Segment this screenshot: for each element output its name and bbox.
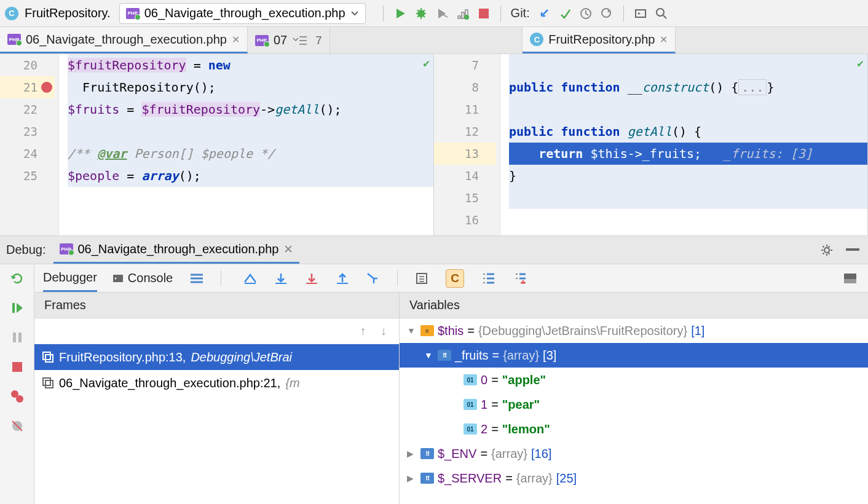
git-history-button[interactable] (577, 4, 595, 23)
step-out-button[interactable] (333, 269, 352, 288)
editor-tab-06[interactable]: PHP 06_Navigate_through_execution.php ✕ (0, 27, 248, 53)
inspections-ok-icon[interactable]: ✔ (857, 57, 864, 69)
layout-icon[interactable] (841, 269, 859, 288)
git-revert-button[interactable] (598, 4, 616, 23)
variables-tree[interactable]: ▼ ≡ $this = {Debugging\JetBrains\FruitRe… (400, 318, 868, 504)
tab-label: FruitRepository.php (548, 33, 655, 47)
inspections-ok-icon[interactable]: ✔ (423, 57, 430, 69)
pause-button[interactable] (8, 328, 26, 347)
close-icon[interactable]: ✕ (232, 34, 240, 45)
git-commit-button[interactable] (556, 4, 574, 23)
collapse-icon[interactable]: ▼ (424, 350, 434, 360)
php-file-icon: PHP (126, 8, 140, 19)
breadcrumb[interactable]: FruitRepository. (25, 6, 111, 20)
stop-button[interactable] (475, 4, 493, 23)
debug-panel: Debugger Console C Frames ↑ (0, 264, 868, 504)
stop-button[interactable] (8, 358, 26, 376)
separator (623, 6, 624, 22)
var-this[interactable]: ▼ ≡ $this = {Debugging\JetBrains\FruitRe… (400, 318, 868, 343)
frame-icon (42, 377, 54, 389)
gutter[interactable]: 20 21 22 23 24 25 (0, 54, 59, 235)
svg-point-13 (16, 395, 23, 403)
resume-button[interactable] (8, 299, 26, 317)
svg-rect-18 (844, 279, 856, 283)
debug-title: Debug: (6, 243, 46, 257)
step-into-button[interactable] (302, 269, 321, 288)
search-everywhere-button[interactable] (652, 4, 671, 23)
view-breakpoints-button[interactable] (8, 387, 26, 406)
frames-panel: Frames ↑ ↓ FruitRepository.php:13, Debug… (34, 293, 400, 504)
run-button[interactable] (391, 4, 409, 23)
code-area[interactable]: ✔ public function __construct() {...} pu… (500, 54, 867, 235)
line-number: 13 (434, 143, 496, 165)
gear-icon[interactable] (818, 241, 836, 259)
var-server[interactable]: ▶ ⠿ $_SERVER = {array} [25] (400, 466, 868, 490)
svg-rect-10 (18, 333, 22, 342)
frames-nav: ↑ ↓ (34, 318, 399, 344)
run-to-cursor-button[interactable] (364, 269, 382, 288)
svg-point-6 (824, 248, 829, 253)
editor-left: 20 21 22 23 24 25 ✔ $fruitRepository = n… (0, 54, 434, 235)
line-number: 11 (434, 98, 496, 120)
svg-rect-20 (45, 355, 53, 362)
svg-rect-21 (43, 378, 50, 385)
string-icon: 01 (464, 399, 477, 410)
var-item[interactable]: 01 1 = "pear" (400, 392, 868, 417)
var-item[interactable]: 01 0 = "apple" (400, 368, 868, 392)
show-execution-point-button[interactable] (241, 269, 259, 288)
frame-prev-button[interactable]: ↑ (360, 325, 366, 338)
close-icon[interactable]: ✕ (283, 242, 293, 256)
array-icon: ⠿ (420, 448, 434, 459)
expand-icon[interactable]: ▶ (407, 449, 417, 459)
collapse-icon[interactable]: ▼ (407, 326, 417, 336)
close-icon[interactable]: ✕ (660, 34, 668, 45)
frame-next-button[interactable]: ↓ (381, 325, 387, 338)
tab-label: 07 (274, 33, 287, 47)
svg-rect-7 (846, 248, 859, 251)
watches-icon[interactable] (479, 269, 497, 288)
line-number: 12 (434, 120, 496, 143)
svg-rect-8 (12, 303, 15, 313)
chevron-down-icon (350, 9, 359, 18)
minimize-icon[interactable] (843, 241, 862, 259)
php-file-icon: PHP (255, 35, 269, 46)
php-file-icon: PHP (7, 34, 21, 45)
var-fruits[interactable]: ▼ ⠿ _fruits = {array} [3] (400, 343, 868, 368)
svg-rect-19 (43, 352, 50, 360)
step-buttons (241, 269, 382, 288)
run-config-label: 06_Navigate_through_execution.php (144, 6, 345, 20)
trace-button[interactable]: C (446, 269, 464, 288)
line-number: 8 (434, 76, 496, 98)
profile-button[interactable] (454, 4, 472, 23)
threads-icon[interactable] (187, 269, 206, 288)
evaluate-button[interactable] (412, 269, 431, 288)
run-config-selector[interactable]: PHP 06_Navigate_through_execution.php (119, 3, 366, 24)
coverage-button[interactable] (433, 4, 451, 23)
add-watch-button[interactable] (512, 269, 531, 288)
rerun-button[interactable] (8, 269, 26, 288)
debug-columns: Frames ↑ ↓ FruitRepository.php:13, Debug… (34, 293, 868, 504)
line-number: 22 (0, 98, 55, 120)
code-area[interactable]: ✔ $fruitRepository = new FruitRepository… (59, 54, 433, 235)
frame-context: Debugging\JetBrai (191, 350, 292, 364)
debug-button[interactable] (412, 4, 430, 23)
console-tab[interactable]: Console (112, 264, 173, 292)
mute-breakpoints-button[interactable] (8, 417, 26, 435)
tab-more-icon (292, 36, 310, 45)
var-item[interactable]: 01 2 = "lemon" (400, 417, 868, 441)
git-pull-button[interactable] (535, 4, 553, 23)
expand-icon[interactable]: ▶ (407, 473, 417, 483)
gutter[interactable]: 7 8 11 12 13 14 15 16 (434, 54, 500, 235)
svg-rect-9 (13, 333, 16, 342)
editor-tab-07[interactable]: PHP 07 7 (248, 27, 330, 53)
run-anything-button[interactable] (631, 4, 650, 23)
var-env[interactable]: ▶ ⠿ $_ENV = {array} [16] (400, 441, 868, 466)
frame-icon (42, 351, 54, 363)
frame-row[interactable]: FruitRepository.php:13, Debugging\JetBra… (34, 344, 399, 370)
frame-row[interactable]: 06_Navigate_through_execution.php:21, {m (34, 370, 399, 396)
step-over-button[interactable] (272, 269, 290, 288)
debugger-tab[interactable]: Debugger (43, 264, 97, 292)
debug-session-tab[interactable]: PHP 06_Navigate_through_execution.php ✕ (53, 236, 300, 264)
editor-split: 20 21 22 23 24 25 ✔ $fruitRepository = n… (0, 54, 868, 236)
editor-tab-fruit[interactable]: C FruitRepository.php ✕ (523, 27, 676, 53)
